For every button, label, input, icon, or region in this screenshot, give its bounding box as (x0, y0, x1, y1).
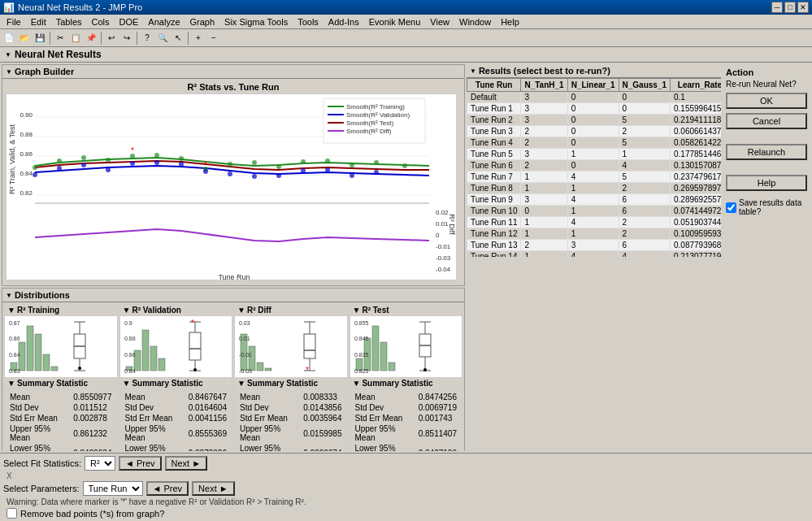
params-next-button[interactable]: Next ► (192, 481, 235, 496)
results-table-scroll[interactable]: Tune Run N_TanH_1 N_Linear_1 N_Gauss_1 L… (467, 78, 721, 257)
tb-copy[interactable]: 📋 (68, 31, 83, 46)
dist-val-title: R² Validation (132, 306, 181, 315)
table-cell: 0 (567, 115, 619, 126)
stat-label: Lower 95% Mean (124, 444, 185, 451)
tb-redo[interactable]: ↪ (119, 31, 134, 46)
relaunch-button[interactable]: Relaunch (726, 144, 807, 160)
maximize-button[interactable]: □ (784, 2, 796, 13)
menu-cols[interactable]: Cols (87, 16, 115, 28)
table-cell: 0.2130777195 (671, 251, 721, 258)
table-cell: 0.1778514469 (671, 149, 721, 160)
table-cell: 5 (619, 115, 670, 126)
table-cell: 0.2896925576 (671, 194, 721, 206)
tb-plus[interactable]: + (191, 31, 206, 46)
table-row[interactable]: Tune Run 93460.28969255761.6908901149 (467, 194, 722, 206)
table-cell: Tune Run 9 (467, 194, 521, 206)
ok-button[interactable]: OK (726, 93, 807, 109)
svg-rect-82 (43, 354, 50, 371)
svg-text:-0.01: -0.01 (239, 352, 252, 358)
results-table: Tune Run N_TanH_1 N_Linear_1 N_Gauss_1 L… (467, 78, 721, 257)
stat-label: Lower 95% Mean (354, 444, 415, 451)
tb-undo[interactable]: ↩ (104, 31, 119, 46)
stat-value: 0.008333 (302, 393, 343, 402)
table-cell: 2 (619, 183, 670, 194)
dist-triangle: ▼ (6, 292, 12, 299)
stat-value: 0.8489634 (72, 444, 113, 451)
dist-training-svg: 0.87 0.86 0.84 0.83 (7, 318, 104, 375)
stat-value: 0.8437106 (417, 444, 458, 451)
tb-save[interactable]: 💾 (33, 31, 47, 46)
svg-text:0.88: 0.88 (124, 336, 136, 341)
menu-graph[interactable]: Graph (185, 16, 220, 28)
table-row[interactable]: Tune Run 71450.23747961731.4048875258 (467, 171, 722, 183)
table-row[interactable]: Tune Run 121120.10095959371.293596181 (467, 228, 722, 240)
svg-text:Smooth(R² Test): Smooth(R² Test) (346, 119, 393, 127)
table-row[interactable]: Tune Run 42050.05826142261.4776365861 (467, 137, 722, 149)
stat-label: Upper 95% Mean (238, 424, 300, 442)
menu-evonik[interactable]: Evonik Menu (364, 16, 426, 28)
table-row[interactable]: Tune Run 132360.08779396811.8747316372 (467, 240, 722, 251)
tb-sep2 (101, 32, 102, 45)
table-row[interactable]: Tune Run 100160.07414497281.1936400784 (467, 206, 722, 217)
tb-open[interactable]: 📂 (17, 31, 32, 46)
remove-bad-points-checkbox[interactable] (7, 508, 17, 519)
tb-zoom[interactable]: 🔍 (155, 31, 170, 46)
svg-point-28 (252, 160, 257, 165)
menu-tools[interactable]: Tools (293, 16, 323, 28)
menu-edit[interactable]: Edit (26, 16, 51, 28)
table-row[interactable]: Default3000.1 (467, 92, 722, 103)
svg-point-37 (81, 163, 86, 167)
svg-text:Tune Run 13: Tune Run 13 (325, 280, 352, 280)
stat-value: 0.861232 (72, 424, 113, 442)
svg-text:*: * (191, 319, 194, 328)
close-button[interactable]: ✕ (797, 2, 809, 13)
table-row[interactable]: Tune Run 32020.06066143711.967226691 (467, 126, 722, 137)
chart-title: R² Stats vs. Tune Run (6, 82, 461, 92)
menu-tables[interactable]: Tables (51, 16, 87, 28)
tb-cut[interactable]: ✂ (53, 31, 67, 46)
tb-paste[interactable]: 📌 (84, 31, 98, 46)
help-button[interactable]: Help (726, 175, 807, 191)
menu-help[interactable]: Help (496, 16, 524, 28)
table-row[interactable]: Tune Run 141440.21307771951.4578061393 (467, 251, 722, 258)
svg-point-24 (154, 153, 159, 158)
title-bar: 📊 Neural Net Results 2 - JMP Pro ─ □ ✕ (0, 0, 812, 15)
menu-view[interactable]: View (425, 16, 454, 28)
cancel-button[interactable]: Cancel (726, 113, 807, 129)
stat-value: 0.8467647 (187, 393, 228, 402)
menu-window[interactable]: Window (454, 16, 496, 28)
save-checkbox-row: Save results data table? (726, 198, 807, 216)
tb-minus[interactable]: − (206, 31, 221, 46)
select-params-dropdown[interactable]: Tune Run (83, 481, 143, 496)
table-cell: 2 (619, 126, 670, 137)
tb-pointer[interactable]: ↖ (171, 31, 185, 46)
table-row[interactable]: Tune Run 111420.05190374441.1154108815 (467, 217, 722, 228)
svg-text:-0.03: -0.03 (239, 368, 252, 374)
svg-rect-113 (257, 363, 263, 371)
menu-addins[interactable]: Add-Ins (323, 16, 364, 28)
params-prev-button[interactable]: ◄ Prev (146, 481, 189, 496)
tb-help[interactable]: ? (140, 31, 154, 46)
dist-test-header: ▼ R² Test (350, 305, 462, 316)
select-fit-dropdown[interactable]: R² (85, 456, 115, 471)
save-checkbox[interactable] (726, 202, 736, 213)
table-row[interactable]: Tune Run 62040.13015708711.6352256976 (467, 160, 722, 171)
svg-text:0.84: 0.84 (20, 170, 33, 177)
fit-prev-button[interactable]: ◄ Prev (119, 456, 162, 471)
table-row[interactable]: Tune Run 13000.15599641551.7997988959 (467, 103, 722, 115)
chart-svg: R² Train, Valid, & Test R² Diff 0.90 0.8… (6, 93, 457, 280)
svg-point-35 (33, 172, 37, 177)
table-row[interactable]: Tune Run 23050.21941111871.7417020223 (467, 115, 722, 126)
menu-file[interactable]: File (2, 16, 26, 28)
menu-analyze[interactable]: Analyze (143, 16, 185, 28)
col-nlinear: N_Linear_1 (567, 79, 619, 92)
table-row[interactable]: Tune Run 81120.26959789761.8847512802 (467, 183, 722, 194)
menu-sixsigma[interactable]: Six Sigma Tools (219, 16, 293, 28)
menu-doe[interactable]: DOE (115, 16, 144, 28)
minimize-button[interactable]: ─ (771, 2, 783, 13)
dist-test: ▼ R² Test (350, 304, 463, 451)
table-cell: 0 (567, 92, 619, 103)
fit-next-button[interactable]: Next ► (165, 456, 208, 471)
tb-new[interactable]: 📄 (2, 31, 16, 46)
table-row[interactable]: Tune Run 53110.17785144691.07734477483 (467, 149, 722, 160)
